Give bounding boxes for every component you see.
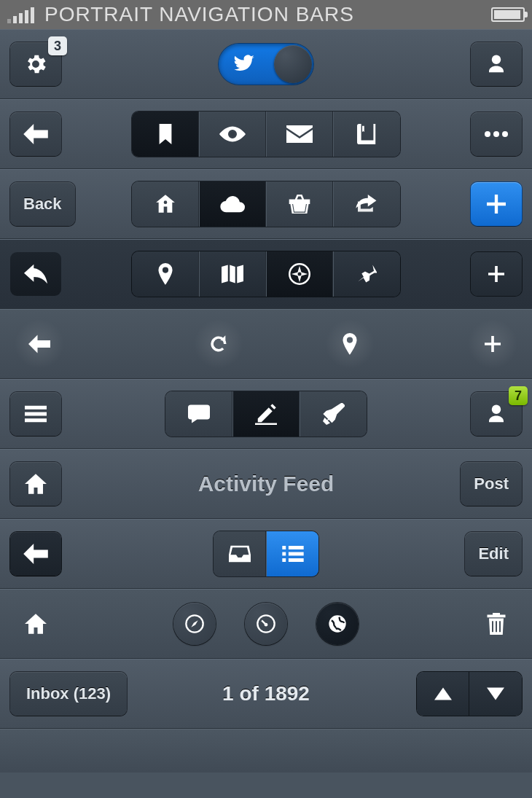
post-button[interactable]: Post [461,462,522,506]
share-icon [356,195,379,214]
svg-rect-15 [288,558,303,562]
seg-map[interactable] [199,251,266,297]
seg-location [132,251,400,297]
refresh-glow-button[interactable] [189,315,248,373]
triangle-down-icon [487,687,504,700]
back-text-button[interactable]: Back [10,182,75,226]
svg-point-1 [485,131,490,137]
reply-icon [24,264,47,284]
settings-button[interactable]: 3 [10,42,61,86]
round-gauge[interactable] [245,603,287,645]
globe-icon [327,614,348,634]
pager-down[interactable] [469,672,522,716]
signal-icon [7,6,34,23]
pin-icon [343,333,357,355]
navbar-1: 3 [0,29,532,99]
basket-icon [288,195,311,214]
back-glow-button[interactable] [10,315,69,373]
more-button[interactable] [471,112,522,156]
statusbar: PORTRAIT NAVIGATION BARS [0,0,532,29]
seg-home[interactable] [132,181,199,227]
svg-rect-10 [282,546,286,549]
home-naked-button[interactable] [10,602,61,646]
navbar-10: Inbox (123) 1 of 1892 [0,659,532,729]
add-glow-button[interactable] [463,315,522,373]
edit-button[interactable]: Edit [465,532,522,576]
seg-list[interactable] [266,531,318,576]
fountain-pen-icon [323,403,345,425]
svg-rect-13 [288,552,303,556]
menu-button[interactable] [10,392,61,436]
settings-badge: 3 [48,36,67,55]
seg-edit[interactable] [232,391,300,437]
round-group [173,603,359,645]
svg-rect-12 [282,552,286,556]
seg-bookmark[interactable] [132,112,199,157]
seg-eye[interactable] [199,112,266,157]
svg-point-5 [298,273,302,276]
pager-stepper [417,672,522,716]
navbar-8: Edit [0,519,532,589]
home-icon [25,614,47,634]
seg-share[interactable] [333,181,400,227]
seg-chat[interactable] [165,391,232,437]
refresh-icon [208,334,229,354]
chat-icon [188,404,210,423]
svg-point-18 [265,623,268,627]
seg-pen[interactable] [300,391,367,437]
seg-cloud[interactable] [199,181,266,227]
svg-rect-9 [255,423,277,426]
edit-icon [255,403,277,425]
seg-view2 [214,531,318,576]
trash-button[interactable] [471,602,522,646]
seg-inbox[interactable] [214,531,266,576]
location-glow-button[interactable] [321,315,379,373]
svg-rect-6 [25,406,47,410]
add-button-blue[interactable] [471,182,522,226]
more-icon [484,130,509,138]
home-button[interactable] [10,462,61,506]
back-button[interactable] [10,112,61,156]
navbar-4 [0,239,532,309]
navbar-2 [0,99,532,169]
svg-point-0 [230,132,235,136]
seg-mail[interactable] [266,112,333,157]
seg-pin[interactable] [132,251,199,297]
add-button[interactable] [471,252,522,296]
round-compass[interactable] [173,603,216,645]
svg-point-19 [329,615,345,632]
svg-rect-11 [288,546,303,549]
round-globe[interactable] [316,603,359,645]
back-dark-button[interactable] [10,532,61,576]
seg-compose [165,391,367,437]
navbar-7: Activity Feed Post [0,449,532,519]
profile-badge: 7 [509,386,528,405]
bottom-spacer [0,729,532,772]
seg-nav [132,181,400,227]
profile-badge-button[interactable]: 7 [471,392,522,436]
seg-book[interactable] [333,112,400,157]
svg-rect-14 [282,558,286,562]
twitter-toggle[interactable] [219,44,313,85]
eye-icon [219,126,246,142]
cloud-icon [220,195,245,213]
statusbar-title: PORTRAIT NAVIGATION BARS [44,3,354,26]
user-icon [485,403,507,425]
svg-point-2 [493,131,499,137]
mail-icon [286,125,313,143]
navbar-9 [0,589,532,659]
seg-compass[interactable] [266,251,333,297]
inbox-button[interactable]: Inbox (123) [10,672,127,716]
profile-button[interactable] [471,42,522,86]
seg-pushpin[interactable] [333,251,400,297]
arrow-left-icon [23,124,48,144]
seg-basket[interactable] [266,181,333,227]
map-icon [222,265,243,283]
pager-up[interactable] [417,672,469,716]
reply-button[interactable] [10,252,61,296]
book-icon [357,124,378,144]
inbox-icon [229,545,251,563]
compass-icon [289,263,310,285]
arrow-left-icon [23,544,48,564]
gauge-icon [256,614,276,634]
